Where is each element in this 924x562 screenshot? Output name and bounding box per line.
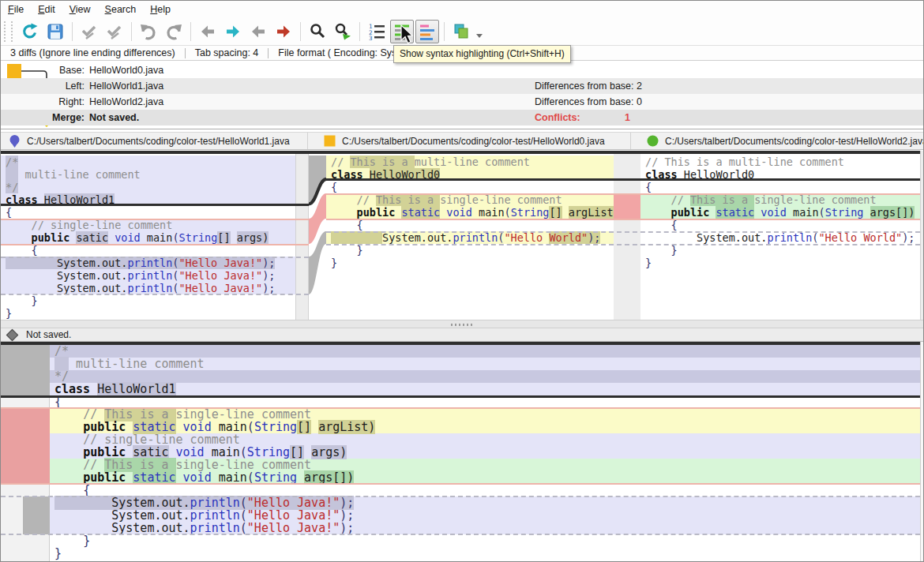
right-filename: HelloWorld2.java [89,94,163,110]
code-line[interactable]: { [640,181,920,193]
line-numbers-button[interactable]: 1 2 3 [365,20,389,43]
prev-diff-button[interactable] [196,20,220,43]
code-line[interactable]: public static void main(String args[]) [640,206,920,219]
save-icon [46,22,65,41]
next-diff-icon [223,22,242,41]
code-line[interactable]: // This is a multi-line comment [326,155,614,168]
code-line[interactable]: { [326,219,614,231]
code-line[interactable]: multi-line comment [50,358,920,370]
code-line[interactable]: // single-line comment [1,219,295,231]
prev-conflict-button[interactable] [246,20,270,43]
code-line[interactable]: { [1,244,295,257]
code-line[interactable]: public static void main(String[] argList… [326,206,614,219]
menu-help[interactable]: Help [143,2,178,17]
find-next-button[interactable] [331,20,355,43]
code-line[interactable]: { [1,206,295,219]
merge-block-marker [23,496,50,534]
merge-code-editor[interactable]: /* multi-line comment*/class HelloWorld1… [50,345,920,560]
toolbar: 1 2 3 [1,17,923,46]
next-conflict-icon [274,22,293,41]
base-code-pane[interactable]: // This is a multi-line commentclass Hel… [326,151,614,320]
undo-button[interactable] [137,20,160,43]
diff-panes: /* multi-line comment*/class HelloWorld1… [1,151,923,320]
toolbar-grip[interactable] [4,21,13,42]
code-line[interactable]: System.out.println("Hello Java!"); [1,269,295,282]
code-line[interactable]: class HelloWorld0 [326,168,614,181]
summary-row-right: Right: HelloWorld2.java Differences from… [1,94,923,110]
code-line[interactable]: { [50,395,920,408]
code-line[interactable]: // This is a multi-line comment [640,155,920,168]
menu-search[interactable]: Search [98,2,144,17]
code-line[interactable]: } [50,547,920,560]
svg-text:3: 3 [369,35,373,41]
code-line[interactable]: System.out.println("Hello World"); [640,231,920,244]
code-line[interactable]: public static void main(String[] argList… [50,421,920,433]
code-line[interactable]: } [326,257,614,269]
toolbar-separator [190,22,191,41]
dropdown-caret-icon[interactable] [476,34,483,38]
code-line[interactable]: */ [1,181,295,193]
code-line[interactable]: } [1,294,295,307]
code-line[interactable]: /* [1,155,295,168]
code-line[interactable]: public satic void main(String[] args) [1,231,295,244]
compare-mode-button[interactable] [449,20,473,43]
code-line[interactable]: class HelloWorld0 [640,168,920,181]
next-diff-button[interactable] [221,20,245,43]
save-button[interactable] [43,20,67,43]
prev-diff-icon [198,22,217,41]
pane-splitter[interactable] [1,320,923,328]
code-line[interactable]: class HelloWorld1 [1,193,295,206]
code-line[interactable]: System.out.println("Hello Java!"); [1,257,295,269]
code-line[interactable]: } [1,307,295,320]
refresh-button[interactable] [18,20,42,43]
left-scroll-strip[interactable] [295,151,309,320]
apply-left-button[interactable] [77,20,101,43]
right-scroll-strip[interactable] [920,151,924,320]
redo-button[interactable] [162,20,186,43]
find-icon [308,22,327,41]
code-line[interactable]: { [326,181,614,193]
code-line[interactable]: public static void main(String args[]) [50,471,920,484]
code-line[interactable]: public satic void main(String[] args) [50,446,920,459]
apply-right-icon [105,22,124,41]
menu-edit[interactable]: Edit [31,2,62,17]
redo-icon [164,22,183,41]
code-line[interactable]: // This is a single-line comment [50,459,920,471]
code-line[interactable]: // This is a single-line comment [326,193,614,206]
code-line[interactable]: } [326,244,614,257]
code-line[interactable]: */ [50,370,920,383]
menu-view[interactable]: View [62,2,98,17]
code-line[interactable]: System.out.println("Hello World"); [326,231,614,244]
status-tab-spacing: Tab spacing: 4 [186,47,269,58]
merge-scroll-strip[interactable] [920,342,924,562]
app-window: File Edit View Search Help [0,0,924,562]
apply-right-button[interactable] [103,20,126,43]
merge-conflict-marker [1,408,50,484]
menu-file[interactable]: File [1,2,31,17]
code-line[interactable]: System.out.println("Hello Java!"); [50,522,920,534]
next-conflict-button[interactable] [272,20,295,43]
menu-bar: File Edit View Search Help [1,1,923,17]
code-line[interactable]: multi-line comment [1,168,295,181]
right-label: Right: [1,94,85,110]
code-line[interactable]: } [50,534,920,547]
code-line[interactable]: // This is a single-line comment [640,193,920,206]
code-line[interactable]: { [640,219,920,231]
code-line[interactable]: // single-line comment [50,433,920,446]
code-line[interactable]: System.out.println("Hello Java!"); [50,509,920,522]
code-line[interactable]: // This is a single-line comment [50,408,920,421]
code-line[interactable]: } [640,257,920,269]
code-line[interactable]: System.out.println("Hello Java!"); [1,282,295,294]
right-code-pane[interactable]: // This is a multi-line commentclass Hel… [640,151,920,320]
prev-conflict-icon [249,22,268,41]
code-line[interactable]: } [640,244,920,257]
undo-icon [139,22,158,41]
code-line[interactable]: class HelloWorld1 [50,383,920,395]
syntax-highlight-button[interactable] [415,20,439,43]
code-line[interactable]: /* [50,345,920,358]
find-button[interactable] [306,20,329,43]
toolbar-separator [359,22,360,41]
left-code-pane[interactable]: /* multi-line comment*/class HelloWorld1… [1,151,295,320]
code-line[interactable]: { [50,484,920,496]
code-line[interactable]: System.out.println("Hello Java!"); [50,496,920,509]
